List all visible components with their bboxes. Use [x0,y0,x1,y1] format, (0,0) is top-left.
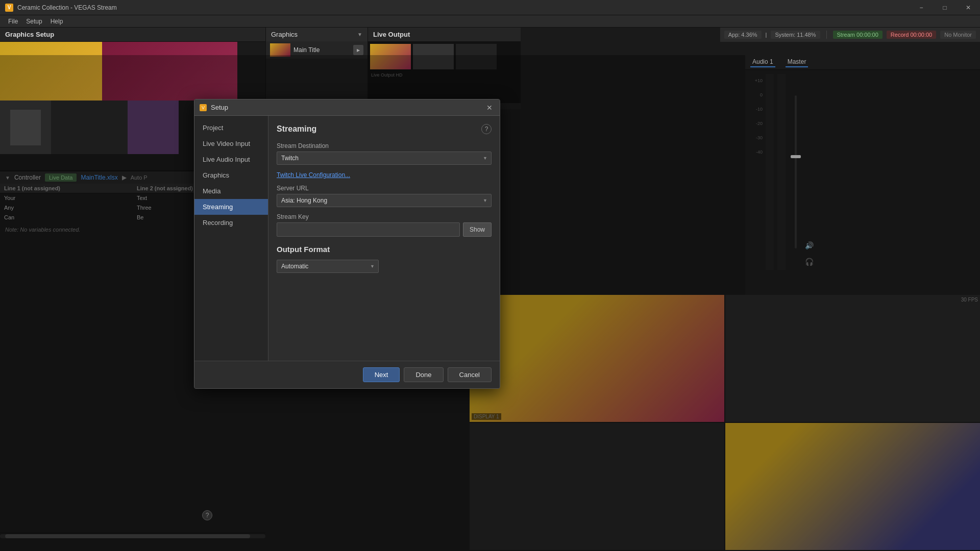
nav-item-recording[interactable]: Recording [194,215,268,231]
graphics-header[interactable]: Graphics ▼ [266,28,368,41]
stream-key-input[interactable] [277,222,460,237]
output-format-select[interactable]: Automatic [277,260,379,273]
output-format-section: Output Format Automatic [277,245,492,273]
dialog-nav: Project Live Video Input Live Audio Inpu… [194,116,268,361]
stream-key-label: Stream Key [277,213,492,220]
server-url-label: Server URL [277,185,492,192]
server-url-field: Server URL Asia: Hong Kong [277,185,492,207]
nav-item-live-audio[interactable]: Live Audio Input [194,152,268,167]
titlebar: V Ceramic Collection - VEGAS Stream − □ … [0,0,980,15]
stream-destination-label: Stream Destination [277,142,492,149]
done-button[interactable]: Done [404,367,443,382]
dialog-titlebar: V Setup ✕ [194,99,500,116]
play-button[interactable]: ▶ [353,45,363,55]
twitch-config-link[interactable]: Twitch Live Configuration... [277,171,350,179]
output-format-wrapper: Automatic [277,260,379,273]
dialog-title: Setup [211,104,484,111]
section-title: Streaming [277,124,316,134]
stream-key-row: Show [277,222,492,237]
output-format-title: Output Format [277,245,492,254]
menu-help[interactable]: Help [46,15,67,28]
menu-setup[interactable]: Setup [22,15,46,28]
stream-key-field: Stream Key Show [277,213,492,237]
nav-item-streaming[interactable]: Streaming [194,199,268,215]
app-title: Ceramic Collection - VEGAS Stream [17,4,117,11]
section-header: Streaming ? [277,124,492,134]
graphics-item-name: Main Title [293,46,350,54]
dialog-help-bottom-icon[interactable]: ? [202,510,212,520]
stream-destination-select[interactable]: Twitch [277,152,492,165]
menubar: File Setup Help App: 4.36% | System: 11.… [0,15,980,28]
stream-destination-wrapper: Twitch [277,152,492,165]
nav-item-live-video[interactable]: Live Video Input [194,136,268,152]
graphics-setup-label: Graphics Setup [0,28,265,42]
chevron-down-icon: ▼ [357,32,362,37]
show-stream-key-button[interactable]: Show [463,222,492,237]
nav-item-graphics[interactable]: Graphics [194,167,268,183]
server-url-select[interactable]: Asia: Hong Kong [277,194,492,207]
twitch-config-row: Twitch Live Configuration... [277,171,492,179]
dialog-footer: Next Done Cancel [194,361,500,388]
help-icon[interactable]: ? [481,124,492,134]
nav-item-project[interactable]: Project [194,120,268,136]
menu-file[interactable]: File [4,15,22,28]
nav-item-media[interactable]: Media [194,183,268,199]
dialog-body: Project Live Video Input Live Audio Inpu… [194,116,500,361]
graphics-title: Graphics [271,31,298,38]
close-button[interactable]: ✕ [957,0,980,15]
dialog-icon: V [200,104,207,111]
maximize-button[interactable]: □ [933,0,957,15]
dialog-content: Streaming ? Stream Destination Twitch Tw… [268,116,500,361]
stream-destination-field: Stream Destination Twitch [277,142,492,165]
minimize-button[interactable]: − [910,0,933,15]
titlebar-controls: − □ ✕ [910,0,980,15]
cancel-button[interactable]: Cancel [448,367,492,382]
server-url-wrapper: Asia: Hong Kong [277,194,492,207]
dialog-close-button[interactable]: ✕ [484,103,495,113]
live-output-label: Live Output [368,28,521,42]
app-icon: V [5,4,13,12]
next-button[interactable]: Next [363,367,400,382]
setup-dialog: V Setup ✕ Project Live Video Input Live … [194,99,500,389]
